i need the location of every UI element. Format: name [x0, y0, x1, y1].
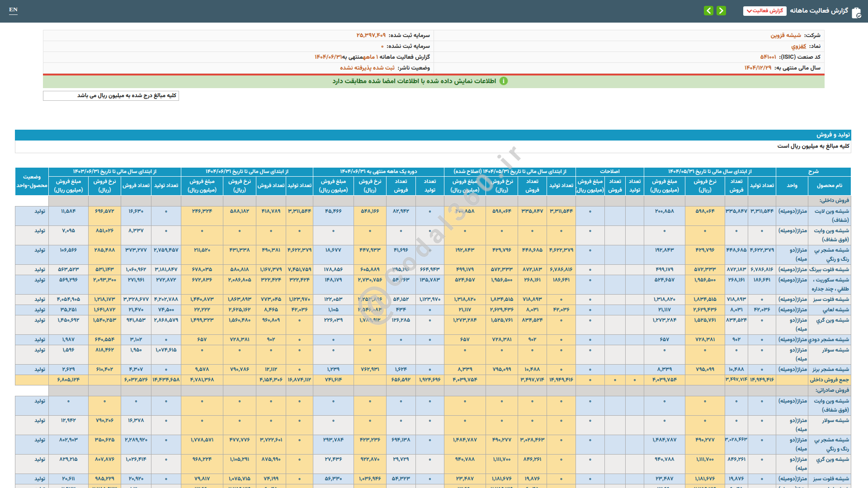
svg-text:i: i: [503, 78, 505, 84]
